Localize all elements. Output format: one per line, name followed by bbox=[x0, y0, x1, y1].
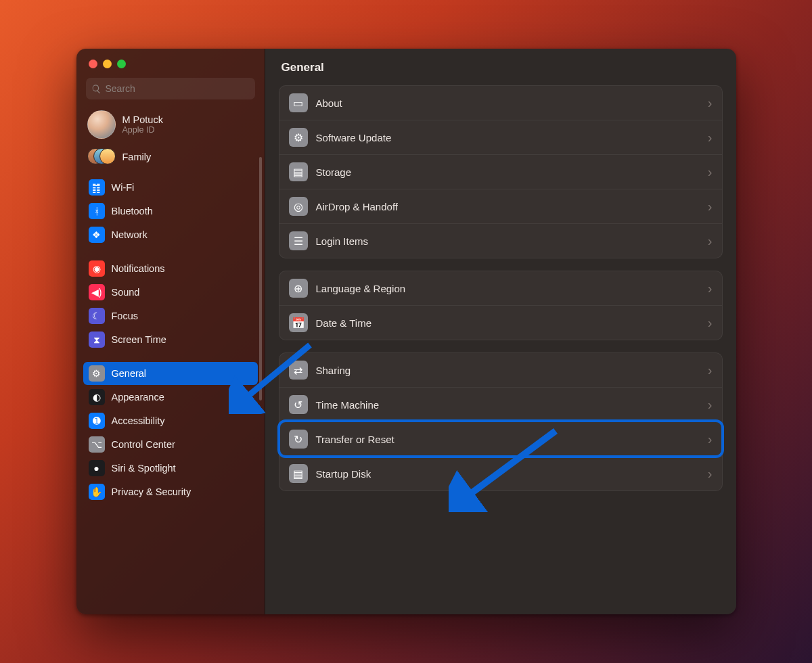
privacy-icon: ✋ bbox=[89, 484, 105, 500]
sidebar-item-network[interactable]: ❖Network bbox=[83, 223, 258, 246]
settings-window: Search M Potuck Apple ID Family ䷇Wi-FiᚼB… bbox=[76, 49, 736, 614]
sidebar-item-label: Appearance bbox=[112, 392, 164, 403]
row-label: Storage bbox=[316, 166, 708, 178]
sidebar-item-control-center[interactable]: ⌥Control Center bbox=[83, 433, 258, 456]
row-label: Sharing bbox=[316, 365, 708, 376]
close-button[interactable] bbox=[89, 60, 97, 68]
chevron-right-icon bbox=[708, 466, 713, 482]
language-icon: ⊕ bbox=[289, 279, 308, 298]
chevron-right-icon bbox=[708, 315, 713, 331]
storage-icon: ▤ bbox=[289, 162, 308, 181]
sharing-icon: ⇄ bbox=[289, 361, 308, 380]
family-row[interactable]: Family bbox=[76, 144, 265, 175]
row-software-update[interactable]: ⚙Software Update bbox=[279, 120, 722, 154]
sidebar-item-wi-fi[interactable]: ䷇Wi-Fi bbox=[83, 176, 258, 199]
row-about[interactable]: ▭About bbox=[279, 86, 722, 120]
sound-icon: ◀) bbox=[89, 284, 105, 300]
sidebar-item-label: Accessibility bbox=[112, 415, 165, 426]
content-body: ▭About⚙Software Update▤Storage◎AirDrop &… bbox=[265, 83, 736, 614]
settings-group-1: ⊕Language & Region📅Date & Time bbox=[279, 271, 723, 340]
settings-group-2: ⇄Sharing↺Time Machine↻Transfer or Reset▤… bbox=[279, 352, 723, 491]
page-title: General bbox=[265, 49, 736, 83]
minimize-button[interactable] bbox=[103, 60, 112, 68]
sidebar-item-label: Notifications bbox=[112, 263, 165, 274]
sidebar-item-label: General bbox=[112, 368, 147, 379]
chevron-right-icon bbox=[708, 95, 713, 111]
row-label: Transfer or Reset bbox=[316, 434, 708, 445]
sidebar-item-focus[interactable]: ☾Focus bbox=[83, 304, 258, 327]
sidebar-item-label: Network bbox=[112, 229, 148, 240]
sidebar-item-label: Wi-Fi bbox=[112, 182, 135, 193]
window-controls bbox=[76, 57, 265, 78]
sidebar-item-label: Focus bbox=[112, 311, 139, 321]
row-sharing[interactable]: ⇄Sharing bbox=[279, 353, 722, 387]
row-startup-disk[interactable]: ▤Startup Disk bbox=[279, 456, 722, 490]
airdrop-icon: ◎ bbox=[289, 197, 308, 216]
content-pane: General ▭About⚙Software Update▤Storage◎A… bbox=[265, 49, 736, 614]
row-label: Time Machine bbox=[316, 399, 708, 411]
siri-icon: ● bbox=[89, 460, 105, 476]
timemachine-icon: ↺ bbox=[289, 395, 308, 414]
row-label: Startup Disk bbox=[316, 468, 708, 480]
sidebar-item-privacy-security[interactable]: ✋Privacy & Security bbox=[83, 480, 258, 503]
row-airdrop-handoff[interactable]: ◎AirDrop & Handoff bbox=[279, 189, 722, 223]
row-label: Login Items bbox=[316, 235, 708, 247]
row-label: AirDrop & Handoff bbox=[316, 201, 708, 212]
softwareupdate-icon: ⚙ bbox=[289, 128, 308, 147]
family-avatars bbox=[87, 148, 116, 166]
sidebar-item-label: Bluetooth bbox=[112, 206, 153, 216]
accessibility-icon: ➊ bbox=[89, 413, 105, 429]
chevron-right-icon bbox=[708, 233, 713, 249]
sidebar-item-general[interactable]: ⚙General bbox=[83, 362, 258, 385]
notifications-icon: ◉ bbox=[89, 260, 105, 277]
row-time-machine[interactable]: ↺Time Machine bbox=[279, 387, 722, 421]
bluetooth-icon: ᚼ bbox=[89, 203, 105, 219]
row-language-region[interactable]: ⊕Language & Region bbox=[279, 271, 722, 305]
focus-icon: ☾ bbox=[89, 308, 105, 324]
family-label: Family bbox=[122, 152, 152, 162]
scrollbar[interactable] bbox=[259, 157, 262, 401]
sidebar-item-label: Control Center bbox=[112, 439, 175, 450]
account-name: M Potuck bbox=[122, 114, 163, 126]
row-label: Date & Time bbox=[316, 317, 708, 329]
screentime-icon: ⧗ bbox=[89, 332, 105, 348]
avatar bbox=[87, 110, 116, 139]
sidebar-item-label: Sound bbox=[112, 287, 140, 298]
sidebar-item-screen-time[interactable]: ⧗Screen Time bbox=[83, 328, 258, 351]
row-date-time[interactable]: 📅Date & Time bbox=[279, 305, 722, 340]
network-icon: ❖ bbox=[89, 227, 105, 243]
search-icon bbox=[91, 84, 102, 94]
about-icon: ▭ bbox=[289, 93, 308, 112]
account-subtitle: Apple ID bbox=[122, 125, 163, 135]
row-label: Language & Region bbox=[316, 283, 708, 294]
sidebar-item-appearance[interactable]: ◐Appearance bbox=[83, 386, 258, 409]
controlcenter-icon: ⌥ bbox=[89, 436, 105, 453]
row-storage[interactable]: ▤Storage bbox=[279, 154, 722, 189]
startupdisk-icon: ▤ bbox=[289, 464, 308, 483]
zoom-button[interactable] bbox=[117, 60, 126, 68]
apple-id-row[interactable]: M Potuck Apple ID bbox=[76, 108, 265, 144]
search-input[interactable]: Search bbox=[86, 78, 255, 99]
chevron-right-icon bbox=[708, 432, 713, 447]
sidebar-item-bluetooth[interactable]: ᚼBluetooth bbox=[83, 200, 258, 223]
search-placeholder: Search bbox=[106, 83, 135, 94]
sidebar-item-accessibility[interactable]: ➊Accessibility bbox=[83, 409, 258, 432]
sidebar-item-sound[interactable]: ◀)Sound bbox=[83, 281, 258, 304]
settings-group-0: ▭About⚙Software Update▤Storage◎AirDrop &… bbox=[279, 85, 723, 258]
transferreset-icon: ↻ bbox=[289, 430, 308, 449]
loginitems-icon: ☰ bbox=[289, 231, 308, 250]
datetime-icon: 📅 bbox=[289, 313, 308, 332]
wifi-icon: ䷇ bbox=[89, 179, 105, 196]
row-label: About bbox=[316, 97, 708, 109]
appearance-icon: ◐ bbox=[89, 389, 105, 405]
chevron-right-icon bbox=[708, 363, 713, 378]
row-transfer-or-reset[interactable]: ↻Transfer or Reset bbox=[279, 421, 722, 456]
chevron-right-icon bbox=[708, 397, 713, 413]
row-login-items[interactable]: ☰Login Items bbox=[279, 223, 722, 258]
row-label: Software Update bbox=[316, 132, 708, 143]
sidebar-item-siri-spotlight[interactable]: ●Siri & Spotlight bbox=[83, 457, 258, 480]
sidebar-item-label: Screen Time bbox=[112, 334, 166, 345]
sidebar-item-notifications[interactable]: ◉Notifications bbox=[83, 257, 258, 280]
general-icon: ⚙ bbox=[89, 365, 105, 382]
sidebar-list: ䷇Wi-FiᚼBluetooth❖Network◉Notifications◀)… bbox=[76, 175, 265, 609]
